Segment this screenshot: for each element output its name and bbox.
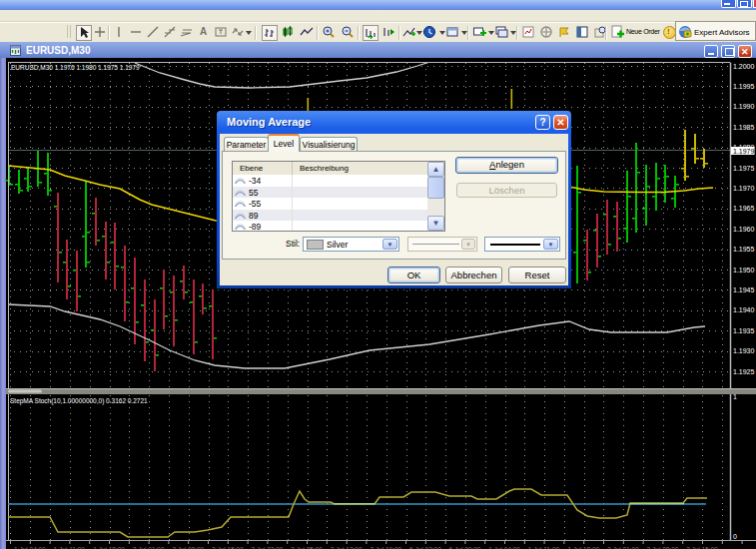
svg-text:1.1945: 1.1945 bbox=[733, 286, 755, 293]
svg-text:6 Jul 09:00: 6 Jul 09:00 bbox=[449, 546, 481, 549]
svg-text:1.1990: 1.1990 bbox=[733, 103, 755, 110]
svg-text:2 Jul 01:00: 2 Jul 01:00 bbox=[133, 546, 165, 549]
svg-text:1.1960: 1.1960 bbox=[733, 226, 755, 233]
svg-text:1.1970: 1.1970 bbox=[733, 185, 755, 192]
svg-text:1 Jul 04:00: 1 Jul 04:00 bbox=[488, 546, 520, 549]
svg-text:2 Jul 22:00: 2 Jul 22:00 bbox=[252, 546, 284, 549]
svg-text:1.1955: 1.1955 bbox=[733, 246, 755, 253]
svg-text:2 Jul 08:00: 2 Jul 08:00 bbox=[172, 546, 204, 549]
svg-text:1 Jul 18:00: 1 Jul 18:00 bbox=[567, 546, 599, 549]
svg-text:1.1979: 1.1979 bbox=[733, 148, 755, 155]
svg-text:1 Jul 11:00: 1 Jul 11:00 bbox=[54, 546, 86, 549]
svg-text:StepMA Stoch(10,1.00000000,0): StepMA Stoch(10,1.00000000,0) 0.3162 0.2… bbox=[10, 397, 148, 405]
svg-text:1.1985: 1.1985 bbox=[733, 124, 755, 131]
svg-text:2 Jul 15:00: 2 Jul 15:00 bbox=[212, 546, 244, 549]
svg-text:2 Jul 01:00: 2 Jul 01:00 bbox=[607, 546, 639, 549]
svg-text:1: 1 bbox=[733, 393, 737, 400]
svg-text:3 Jul 05:00: 3 Jul 05:00 bbox=[291, 546, 323, 549]
svg-text:1.1975: 1.1975 bbox=[733, 165, 755, 172]
svg-text:2 Jul 15:00: 2 Jul 15:00 bbox=[686, 546, 718, 549]
svg-text:3 Jul 19:00: 3 Jul 19:00 bbox=[370, 546, 401, 549]
svg-text:1.1940: 1.1940 bbox=[733, 306, 755, 313]
svg-text:1.1925: 1.1925 bbox=[733, 368, 755, 375]
svg-text:2 Jul 08:00: 2 Jul 08:00 bbox=[647, 546, 679, 549]
svg-text:1 Jul 04:00: 1 Jul 04:00 bbox=[14, 546, 46, 549]
svg-text:1.1930: 1.1930 bbox=[733, 347, 755, 354]
svg-text:EURUSD,M30 1.1976 1.1980 1.19: EURUSD,M30 1.1976 1.1980 1.1975 1.1979 bbox=[11, 64, 140, 71]
svg-text:1.2000: 1.2000 bbox=[733, 63, 755, 70]
svg-text:1 Jul 11:00: 1 Jul 11:00 bbox=[528, 546, 560, 549]
svg-text:1.1935: 1.1935 bbox=[733, 327, 755, 334]
svg-text:1.1965: 1.1965 bbox=[733, 205, 755, 212]
svg-text:3 Jul 12:00: 3 Jul 12:00 bbox=[331, 546, 363, 549]
svg-text:1 Jul 18:00: 1 Jul 18:00 bbox=[93, 546, 125, 549]
svg-text:0: 0 bbox=[733, 533, 737, 540]
svg-text:6 Jul 02:00: 6 Jul 02:00 bbox=[409, 546, 441, 549]
svg-text:1.1995: 1.1995 bbox=[733, 83, 755, 90]
svg-text:1.1950: 1.1950 bbox=[733, 267, 755, 274]
